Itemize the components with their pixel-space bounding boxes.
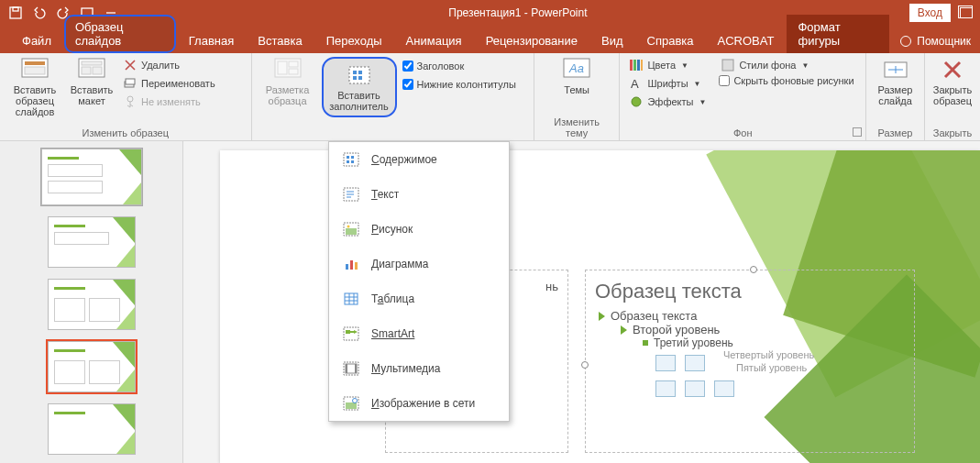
svg-rect-7 (82, 61, 102, 65)
bullet-level-3: Третий уровень (643, 336, 905, 349)
label: Мультимедиа (371, 362, 440, 375)
themes-button[interactable]: Aa Темы (549, 57, 604, 95)
menu-item-online-image[interactable]: Изображение в сети (329, 386, 509, 421)
label: Удалить (141, 60, 180, 71)
layout-thumbnail[interactable] (48, 403, 136, 455)
group-master-layout: Разметка образца Вставить заполнитель За… (252, 53, 534, 140)
close-master-view-button[interactable]: Закрыть образец (932, 57, 973, 106)
insert-layout-button[interactable]: Вставить макет (68, 57, 116, 106)
menu-item-content[interactable]: ССодержимоеодержимое (329, 142, 509, 177)
ribbon: Вставить образец слайдов Вставить макет … (0, 53, 980, 141)
themes-icon: Aa (562, 57, 591, 83)
group-close: Закрыть образец Закрыть (925, 53, 980, 140)
label: Эффекты (647, 96, 693, 107)
colors-button[interactable]: Цвета▼ (627, 57, 708, 73)
svg-rect-0 (10, 7, 21, 18)
tab-home[interactable]: Главная (178, 28, 245, 53)
bullet-level-2: Второй уровень (621, 323, 905, 336)
rename-button[interactable]: Переименовать (121, 75, 217, 92)
undo-icon[interactable] (29, 3, 50, 23)
layout-thumbnail[interactable] (48, 216, 136, 268)
login-button[interactable]: Вход (909, 4, 951, 22)
tab-view[interactable]: Вид (590, 28, 634, 53)
text-icon (342, 186, 360, 203)
video-ph-icon[interactable] (714, 380, 734, 397)
ribbon-tabs: Файл Образец слайдов Главная Вставка Пер… (0, 26, 980, 53)
tab-help[interactable]: Справка (636, 28, 705, 53)
media-icon (342, 360, 360, 377)
slide-size-icon (881, 57, 910, 83)
right-content-placeholder[interactable]: Образец текста Образец текста Второй уро… (585, 270, 915, 453)
fonts-button[interactable]: AШрифты▼ (627, 75, 708, 92)
picture-icon (342, 221, 360, 237)
tab-insert[interactable]: Вставка (247, 28, 313, 53)
svg-rect-44 (345, 293, 358, 304)
ribbon-display-options-icon[interactable] (960, 7, 973, 18)
footers-checkbox[interactable]: Нижние колонтитулы (402, 79, 516, 90)
svg-rect-21 (358, 76, 362, 80)
svg-rect-11 (126, 79, 135, 84)
menu-item-chart[interactable]: Диаграмма (329, 247, 509, 281)
background-styles-button[interactable]: Стили фона▼ (719, 57, 853, 73)
tell-me[interactable]: Помощник (891, 29, 980, 53)
layout-thumbnail-selected[interactable] (48, 341, 136, 392)
chart-icon (342, 256, 360, 272)
group-background: Цвета▼ AШрифты▼ Эффекты▼ Стили фона▼ Скр… (620, 53, 866, 140)
slide-size-button[interactable]: Размер слайда (874, 57, 917, 106)
hide-background-checkbox[interactable]: Скрыть фоновые рисунки (719, 75, 853, 86)
label: Вставить образец слайдов (7, 84, 62, 117)
insert-placeholder-menu: ССодержимоеодержимое Текст Рисунок Диагр… (328, 141, 510, 422)
tab-animations[interactable]: Анимация (395, 28, 473, 53)
menu-item-text[interactable]: Текст (329, 177, 509, 212)
label: Вставить макет (68, 84, 116, 106)
svg-rect-26 (637, 60, 640, 71)
label: Закрыть образец (932, 84, 973, 106)
bullet-level-5: Пятый уровень (736, 362, 814, 373)
online-picture-ph-icon[interactable] (685, 380, 705, 397)
label: Шрифты (647, 78, 688, 89)
chart-ph-icon[interactable] (685, 355, 705, 371)
slide-canvas[interactable]: ловка нь Образец текста Образец текста В… (183, 141, 980, 463)
layout-thumbnail[interactable] (48, 279, 136, 330)
group-size: Размер слайда Размер (866, 53, 925, 140)
delete-button[interactable]: Удалить (121, 57, 217, 73)
bullet-level-4: Четвертый уровень (723, 349, 814, 360)
title-right: Вход (909, 4, 980, 22)
svg-point-54 (353, 399, 358, 403)
label: Таблица (371, 292, 414, 305)
placeholder-icons-row1 (655, 355, 705, 371)
menu-item-table[interactable]: Таблица (329, 281, 509, 316)
tab-acrobat[interactable]: ACROBAT (707, 28, 786, 53)
insert-slide-master-button[interactable]: Вставить образец слайдов (7, 57, 62, 117)
svg-rect-19 (358, 71, 362, 74)
dialog-launcher-icon[interactable] (853, 127, 862, 137)
label: Нижние колонтитулы (417, 79, 516, 90)
insert-placeholder-button[interactable]: Вставить заполнитель (322, 57, 397, 117)
label: Скрыть фоновые рисунки (733, 75, 853, 86)
group-label (259, 137, 526, 138)
master-thumbnail[interactable] (41, 149, 142, 205)
menu-item-picture[interactable]: Рисунок (329, 212, 509, 247)
svg-rect-42 (350, 260, 353, 270)
tab-slide-master[interactable]: Образец слайдов (64, 15, 176, 53)
menu-item-smartart[interactable]: SmartArt (329, 316, 509, 351)
svg-rect-34 (351, 156, 354, 159)
tab-shape-format[interactable]: Формат фигуры (787, 15, 889, 53)
table-ph-icon[interactable] (655, 355, 676, 371)
label: Темы (564, 84, 589, 95)
effects-button[interactable]: Эффекты▼ (627, 94, 708, 110)
save-icon[interactable] (6, 3, 26, 23)
close-icon (938, 57, 967, 83)
tab-review[interactable]: Рецензирование (475, 28, 589, 53)
menu-item-media[interactable]: Мультимедиа (329, 351, 509, 386)
title-checkbox[interactable]: Заголовок (402, 61, 516, 72)
label: SmartArt (371, 327, 414, 340)
label: Изображение в сети (371, 397, 475, 410)
picture-ph-icon[interactable] (655, 380, 676, 397)
svg-rect-36 (351, 160, 354, 163)
tab-file[interactable]: Файл (11, 28, 62, 53)
tab-transitions[interactable]: Переходы (315, 28, 393, 53)
svg-rect-8 (82, 67, 91, 74)
label: ССодержимоеодержимое (371, 153, 437, 166)
thumbnail-panel[interactable] (0, 141, 183, 463)
